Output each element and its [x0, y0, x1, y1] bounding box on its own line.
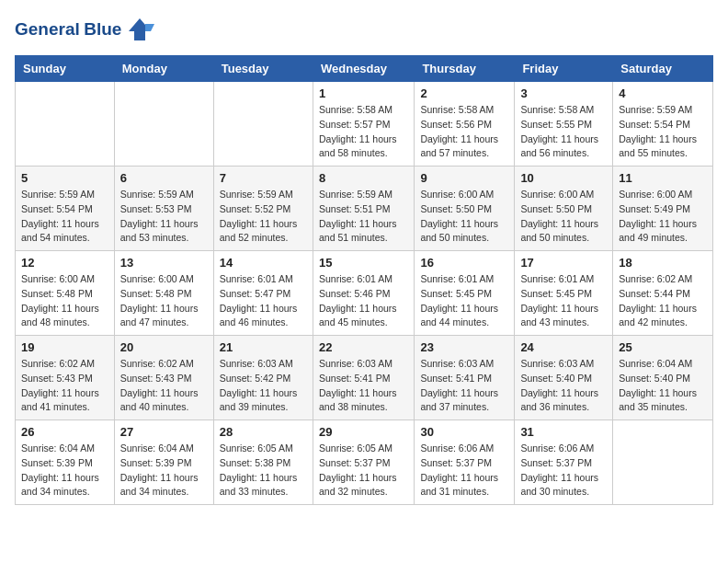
calendar-cell: 26Sunrise: 6:04 AMSunset: 5:39 PMDayligh… [16, 420, 115, 505]
day-number: 22 [319, 340, 408, 354]
day-number: 2 [420, 86, 508, 100]
calendar-cell: 28Sunrise: 6:05 AMSunset: 5:38 PMDayligh… [213, 420, 313, 505]
day-number: 31 [520, 425, 607, 439]
logo: General Blue [15, 15, 154, 44]
day-number: 26 [21, 425, 108, 439]
calendar-week-row: 1Sunrise: 5:58 AMSunset: 5:57 PMDaylight… [16, 82, 713, 167]
calendar-week-row: 5Sunrise: 5:59 AMSunset: 5:54 PMDaylight… [16, 167, 713, 251]
calendar-cell: 16Sunrise: 6:01 AMSunset: 5:45 PMDayligh… [415, 251, 515, 336]
day-info: Sunrise: 6:00 AMSunset: 5:49 PMDaylight:… [619, 188, 707, 246]
weekday-header: Wednesday [313, 56, 414, 82]
day-number: 21 [220, 340, 307, 354]
weekday-header: Saturday [613, 56, 713, 82]
day-number: 16 [420, 256, 508, 270]
day-info: Sunrise: 6:02 AMSunset: 5:43 PMDaylight:… [21, 357, 108, 415]
day-info: Sunrise: 5:58 AMSunset: 5:56 PMDaylight:… [420, 103, 508, 161]
day-number: 5 [21, 171, 108, 185]
calendar-cell: 5Sunrise: 5:59 AMSunset: 5:54 PMDaylight… [16, 167, 115, 251]
calendar-cell: 3Sunrise: 5:58 AMSunset: 5:55 PMDaylight… [515, 82, 613, 167]
calendar-cell: 9Sunrise: 6:00 AMSunset: 5:50 PMDaylight… [415, 167, 515, 251]
day-info: Sunrise: 6:00 AMSunset: 5:48 PMDaylight:… [120, 272, 208, 330]
day-number: 11 [619, 171, 707, 185]
calendar-cell [213, 82, 313, 167]
day-number: 28 [220, 425, 307, 439]
logo-icon [125, 15, 154, 44]
calendar-cell: 18Sunrise: 6:02 AMSunset: 5:44 PMDayligh… [613, 251, 713, 336]
calendar-cell: 15Sunrise: 6:01 AMSunset: 5:46 PMDayligh… [313, 251, 414, 336]
day-number: 27 [120, 425, 208, 439]
day-info: Sunrise: 6:03 AMSunset: 5:42 PMDaylight:… [220, 357, 307, 415]
day-info: Sunrise: 6:05 AMSunset: 5:37 PMDaylight:… [319, 442, 408, 500]
day-number: 30 [420, 425, 508, 439]
day-info: Sunrise: 6:01 AMSunset: 5:46 PMDaylight:… [319, 272, 408, 330]
calendar-cell: 11Sunrise: 6:00 AMSunset: 5:49 PMDayligh… [613, 167, 713, 251]
calendar-cell: 2Sunrise: 5:58 AMSunset: 5:56 PMDaylight… [415, 82, 515, 167]
day-info: Sunrise: 6:04 AMSunset: 5:40 PMDaylight:… [619, 357, 707, 415]
calendar-cell: 22Sunrise: 6:03 AMSunset: 5:41 PMDayligh… [313, 336, 414, 420]
day-number: 7 [220, 171, 307, 185]
calendar-cell: 29Sunrise: 6:05 AMSunset: 5:37 PMDayligh… [313, 420, 414, 505]
calendar-cell: 6Sunrise: 5:59 AMSunset: 5:53 PMDaylight… [114, 167, 213, 251]
calendar-cell: 20Sunrise: 6:02 AMSunset: 5:43 PMDayligh… [114, 336, 213, 420]
day-number: 15 [319, 256, 408, 270]
weekday-header: Tuesday [213, 56, 313, 82]
day-number: 6 [120, 171, 208, 185]
calendar-cell: 13Sunrise: 6:00 AMSunset: 5:48 PMDayligh… [114, 251, 213, 336]
weekday-header: Sunday [16, 56, 115, 82]
calendar-cell: 1Sunrise: 5:58 AMSunset: 5:57 PMDaylight… [313, 82, 414, 167]
calendar-cell: 10Sunrise: 6:00 AMSunset: 5:50 PMDayligh… [515, 167, 613, 251]
calendar-cell: 4Sunrise: 5:59 AMSunset: 5:54 PMDaylight… [613, 82, 713, 167]
logo-text: General Blue [15, 20, 121, 40]
day-number: 18 [619, 256, 707, 270]
calendar-cell: 21Sunrise: 6:03 AMSunset: 5:42 PMDayligh… [213, 336, 313, 420]
calendar-cell: 14Sunrise: 6:01 AMSunset: 5:47 PMDayligh… [213, 251, 313, 336]
calendar-cell: 30Sunrise: 6:06 AMSunset: 5:37 PMDayligh… [415, 420, 515, 505]
day-number: 3 [520, 86, 607, 100]
day-info: Sunrise: 5:59 AMSunset: 5:53 PMDaylight:… [120, 188, 208, 246]
calendar-table: SundayMondayTuesdayWednesdayThursdayFrid… [15, 55, 713, 505]
calendar-cell: 7Sunrise: 5:59 AMSunset: 5:52 PMDaylight… [213, 167, 313, 251]
calendar-cell: 31Sunrise: 6:06 AMSunset: 5:37 PMDayligh… [515, 420, 613, 505]
weekday-header: Thursday [415, 56, 515, 82]
weekday-header-row: SundayMondayTuesdayWednesdayThursdayFrid… [16, 56, 713, 82]
calendar-cell: 17Sunrise: 6:01 AMSunset: 5:45 PMDayligh… [515, 251, 613, 336]
day-number: 8 [319, 171, 408, 185]
day-number: 14 [220, 256, 307, 270]
day-info: Sunrise: 5:58 AMSunset: 5:57 PMDaylight:… [319, 103, 408, 161]
calendar-cell: 12Sunrise: 6:00 AMSunset: 5:48 PMDayligh… [16, 251, 115, 336]
calendar-cell [16, 82, 115, 167]
calendar-cell: 25Sunrise: 6:04 AMSunset: 5:40 PMDayligh… [613, 336, 713, 420]
day-info: Sunrise: 6:06 AMSunset: 5:37 PMDaylight:… [520, 442, 607, 500]
day-number: 29 [319, 425, 408, 439]
weekday-header: Monday [114, 56, 213, 82]
day-number: 4 [619, 86, 707, 100]
calendar-week-row: 26Sunrise: 6:04 AMSunset: 5:39 PMDayligh… [16, 420, 713, 505]
calendar-cell: 24Sunrise: 6:03 AMSunset: 5:40 PMDayligh… [515, 336, 613, 420]
day-info: Sunrise: 6:06 AMSunset: 5:37 PMDaylight:… [420, 442, 508, 500]
day-number: 19 [21, 340, 108, 354]
calendar-cell: 19Sunrise: 6:02 AMSunset: 5:43 PMDayligh… [16, 336, 115, 420]
day-info: Sunrise: 6:02 AMSunset: 5:44 PMDaylight:… [619, 272, 707, 330]
day-number: 23 [420, 340, 508, 354]
day-info: Sunrise: 5:59 AMSunset: 5:51 PMDaylight:… [319, 188, 408, 246]
day-info: Sunrise: 6:00 AMSunset: 5:50 PMDaylight:… [420, 188, 508, 246]
calendar-cell: 23Sunrise: 6:03 AMSunset: 5:41 PMDayligh… [415, 336, 515, 420]
day-number: 13 [120, 256, 208, 270]
day-info: Sunrise: 6:01 AMSunset: 5:47 PMDaylight:… [220, 272, 307, 330]
day-info: Sunrise: 6:02 AMSunset: 5:43 PMDaylight:… [120, 357, 208, 415]
calendar-cell [114, 82, 213, 167]
day-info: Sunrise: 5:58 AMSunset: 5:55 PMDaylight:… [520, 103, 607, 161]
calendar-cell [613, 420, 713, 505]
page-header: General Blue [15, 15, 713, 44]
day-info: Sunrise: 6:04 AMSunset: 5:39 PMDaylight:… [21, 442, 108, 500]
day-info: Sunrise: 6:04 AMSunset: 5:39 PMDaylight:… [120, 442, 208, 500]
day-number: 17 [520, 256, 607, 270]
day-number: 25 [619, 340, 707, 354]
weekday-header: Friday [515, 56, 613, 82]
day-number: 12 [21, 256, 108, 270]
day-info: Sunrise: 5:59 AMSunset: 5:52 PMDaylight:… [220, 188, 307, 246]
day-info: Sunrise: 6:03 AMSunset: 5:41 PMDaylight:… [319, 357, 408, 415]
svg-marker-1 [145, 24, 154, 31]
day-number: 10 [520, 171, 607, 185]
calendar-week-row: 19Sunrise: 6:02 AMSunset: 5:43 PMDayligh… [16, 336, 713, 420]
